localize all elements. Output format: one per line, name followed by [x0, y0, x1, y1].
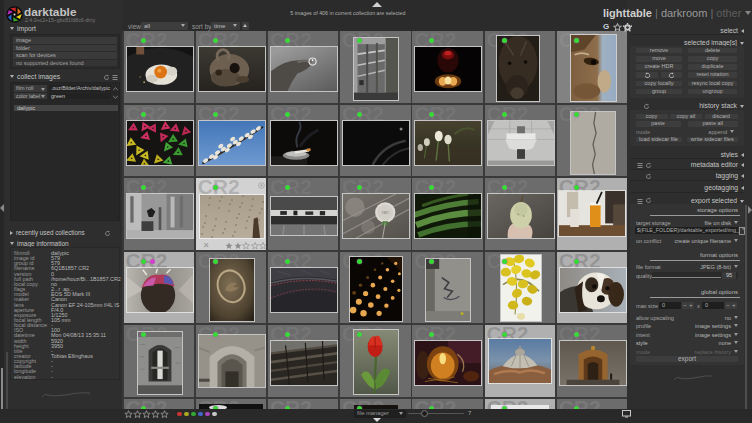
svg-text:TIBIT: TIBIT: [382, 211, 390, 215]
